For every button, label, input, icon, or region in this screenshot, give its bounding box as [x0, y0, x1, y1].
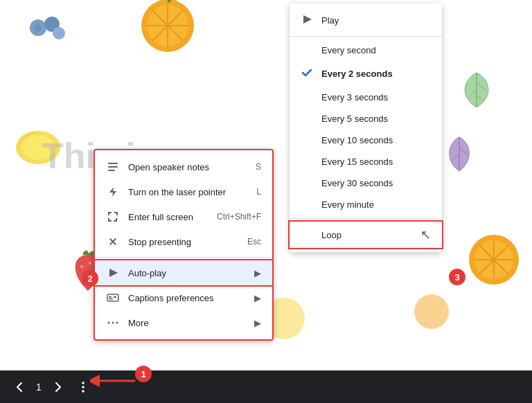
bottom-toolbar: 1 [0, 370, 532, 403]
chevron-right-icon [51, 380, 65, 394]
red-arrow [90, 374, 139, 388]
menu-shortcut: Ctrl+Shift+F [217, 212, 261, 222]
arrow-icon: ▶ [254, 268, 261, 278]
submenu-every-second[interactable]: Every second [290, 39, 442, 61]
more-icon [106, 316, 120, 330]
interval-label: Every second [321, 45, 376, 55]
lines-icon [106, 160, 120, 174]
menu-item-stop-presenting[interactable]: Stop presenting Esc [95, 229, 272, 254]
interval-label: Every 2 seconds [321, 69, 393, 79]
svg-rect-35 [114, 296, 116, 298]
fruit-leaf-right [459, 69, 494, 111]
svg-point-38 [116, 322, 118, 324]
menu-item-speaker-notes[interactable]: Open speaker notes S [95, 154, 272, 179]
menu-item-label: Open speaker notes [128, 162, 209, 172]
submenu-every-5-seconds[interactable]: Every 5 seconds [290, 108, 442, 129]
checkmark-icon [301, 66, 314, 81]
next-slide-button[interactable] [47, 376, 69, 398]
loop-label: Loop [321, 230, 342, 240]
menu-item-laser-pointer[interactable]: Turn on the laser pointer L [95, 179, 272, 204]
menu-shortcut: Esc [247, 237, 261, 247]
play-icon [106, 266, 120, 280]
cursor-indicator: ↖ [420, 227, 431, 242]
fruit-orange-bottom-right [466, 232, 522, 287]
submenu-every-15-seconds[interactable]: Every 15 seconds [290, 151, 442, 172]
lightning-icon [106, 185, 120, 199]
submenu-divider-2 [290, 218, 442, 219]
vertical-dots-icon [76, 380, 90, 394]
fullscreen-icon [106, 210, 120, 224]
submenu-every-3-seconds[interactable]: Every 3 seconds [290, 87, 442, 108]
page-number: 1 [36, 382, 42, 393]
prev-slide-button[interactable] [8, 376, 30, 398]
menu-item-label: Turn on the laser pointer [128, 187, 226, 197]
interval-label: Every 15 seconds [321, 156, 393, 167]
svg-point-40 [82, 386, 85, 388]
svg-point-26 [89, 262, 91, 265]
interval-label: Every 5 seconds [321, 114, 388, 124]
svg-rect-29 [108, 163, 118, 164]
badge-3: 3 [449, 269, 466, 285]
fruit-orange-circle [414, 294, 449, 329]
interval-label: Every 30 seconds [321, 178, 393, 188]
fruit-leaf-purple [445, 135, 473, 173]
menu-shortcut: S [256, 162, 261, 172]
menu-shortcut: L [256, 187, 261, 197]
fruit-orange-top [139, 0, 197, 55]
interval-label: Every minute [321, 199, 374, 210]
arrow-icon: ▶ [254, 293, 261, 303]
submenu-every-30-seconds[interactable]: Every 30 seconds [290, 172, 442, 194]
submenu-play[interactable]: Play [290, 8, 442, 33]
svg-point-9 [35, 24, 42, 31]
svg-point-25 [80, 265, 83, 268]
menu-item-label: Captions preferences [128, 293, 214, 303]
interval-label: Every 3 seconds [321, 92, 388, 102]
submenu-loop[interactable]: Loop ↖ [288, 220, 443, 249]
badge-2: 2 [82, 270, 98, 287]
menu-item-fullscreen[interactable]: Enter full screen Ctrl+Shift+F [95, 204, 272, 229]
submenu-play-label: Play [321, 15, 339, 26]
menu-item-label: Auto-play [128, 268, 166, 278]
menu-item-label: More [128, 318, 149, 328]
svg-point-39 [82, 382, 85, 384]
svg-rect-34 [109, 298, 113, 300]
menu-item-more[interactable]: More ▶ [95, 310, 272, 335]
svg-rect-32 [107, 294, 118, 301]
arrow-icon: ▶ [254, 318, 261, 328]
submenu-every-10-seconds[interactable]: Every 10 seconds [290, 129, 442, 151]
fruit-berries [28, 14, 66, 42]
svg-rect-31 [108, 170, 115, 171]
autoplay-submenu: Play Every second Every 2 seconds Every … [290, 3, 442, 252]
svg-rect-30 [108, 166, 118, 168]
submenu-every-minute[interactable]: Every minute [290, 194, 442, 215]
svg-rect-33 [109, 296, 112, 298]
menu-item-captions[interactable]: Captions preferences ▶ [95, 285, 272, 310]
menu-divider [95, 257, 272, 258]
play-triangle-icon [301, 13, 314, 28]
menu-item-autoplay[interactable]: Auto-play ▶ [94, 259, 274, 287]
submenu-divider [290, 36, 442, 37]
x-icon [106, 235, 120, 249]
menu-item-label: Enter full screen [128, 212, 193, 222]
svg-point-8 [53, 27, 65, 39]
captions-icon [106, 291, 120, 305]
context-menu: Open speaker notes S Turn on the laser p… [94, 149, 274, 341]
submenu-every-2-seconds[interactable]: Every 2 seconds [290, 61, 442, 87]
svg-point-41 [82, 390, 85, 393]
menu-item-label: Stop presenting [128, 237, 191, 247]
svg-point-37 [112, 322, 114, 324]
interval-label: Every 10 seconds [321, 135, 393, 145]
chevron-left-icon [12, 380, 26, 394]
svg-point-36 [108, 322, 110, 324]
